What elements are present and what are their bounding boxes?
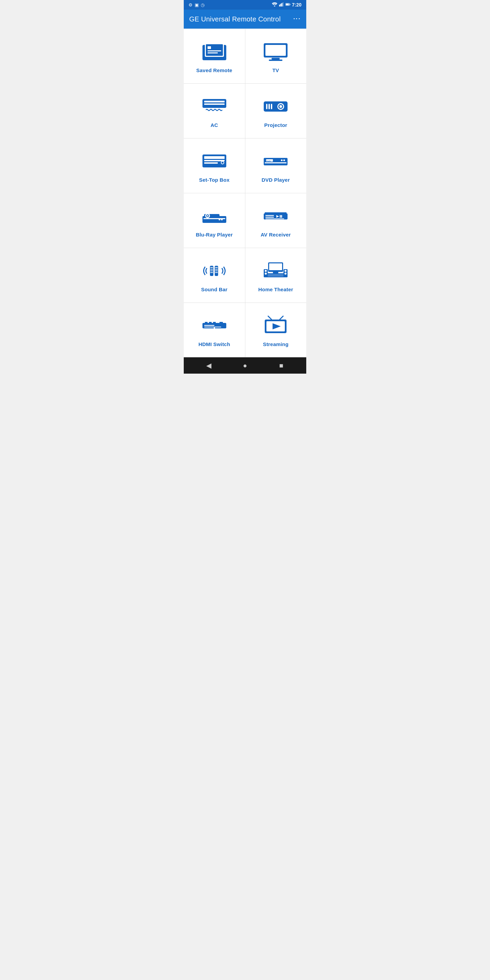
grid-item-dvd-player[interactable]: DVD DVD Player	[245, 138, 307, 193]
saved-remote-icon	[201, 41, 228, 62]
grid-item-hdmi-switch[interactable]: HDMI Switch	[184, 303, 245, 357]
svg-rect-78	[209, 322, 212, 324]
svg-rect-57	[210, 267, 213, 268]
svg-rect-61	[215, 267, 218, 268]
grid-item-projector[interactable]: Projector	[245, 84, 307, 138]
hdmi-switch-label: HDMI Switch	[198, 341, 230, 347]
ac-icon	[201, 96, 228, 117]
svg-rect-51	[281, 215, 282, 218]
svg-rect-62	[215, 269, 218, 269]
hdmi-switch-icon	[201, 315, 228, 336]
svg-rect-19	[204, 103, 224, 105]
svg-text:DVD: DVD	[266, 160, 271, 162]
streaming-icon	[262, 315, 289, 336]
more-options-button[interactable]: ⋮	[293, 15, 301, 23]
status-bar: ⚙ ▣ ◷ 7:20	[184, 0, 306, 10]
svg-rect-3	[282, 2, 283, 6]
svg-rect-64	[215, 272, 218, 273]
av-receiver-icon	[262, 206, 289, 226]
svg-rect-79	[213, 322, 216, 324]
svg-point-75	[285, 272, 286, 275]
svg-rect-36	[265, 162, 286, 163]
storage-icon: ▣	[195, 2, 199, 8]
svg-rect-28	[204, 156, 224, 159]
grid-item-tv[interactable]: TV	[245, 29, 307, 83]
svg-rect-52	[266, 215, 274, 216]
tv-icon	[262, 41, 289, 62]
clock-icon: ◷	[201, 2, 205, 8]
tv-label: TV	[272, 67, 279, 73]
signal-icon	[279, 2, 284, 8]
svg-rect-30	[204, 162, 218, 164]
svg-point-46	[221, 218, 223, 220]
recent-button[interactable]: ■	[275, 359, 288, 372]
svg-line-87	[280, 316, 283, 320]
svg-rect-6	[290, 4, 290, 5]
wifi-icon	[272, 2, 277, 8]
grid-item-saved-remote[interactable]: Saved Remote	[184, 29, 245, 83]
svg-rect-83	[204, 327, 221, 327]
grid-item-sound-bar[interactable]: Sound Bar	[184, 248, 245, 302]
svg-point-74	[285, 270, 286, 272]
svg-rect-63	[215, 270, 218, 271]
svg-rect-59	[210, 270, 213, 271]
grid-item-blu-ray[interactable]: Blu-Ray Player	[184, 193, 245, 248]
svg-point-45	[218, 218, 220, 220]
svg-rect-9	[206, 44, 223, 56]
svg-point-32	[221, 162, 224, 164]
svg-rect-2	[282, 3, 282, 6]
svg-rect-18	[204, 101, 224, 102]
dvd-player-label: DVD Player	[262, 177, 290, 183]
svg-rect-26	[271, 104, 272, 109]
grid-item-home-theater[interactable]: Home Theater	[245, 248, 307, 302]
svg-point-23	[279, 105, 282, 108]
svg-point-81	[214, 327, 215, 329]
projector-icon	[262, 96, 289, 117]
time-display: 7:20	[292, 2, 301, 8]
svg-rect-53	[266, 217, 274, 218]
svg-rect-82	[204, 325, 215, 326]
svg-rect-10	[208, 46, 211, 49]
grid-item-ac[interactable]: AC	[184, 84, 245, 138]
svg-rect-15	[272, 58, 280, 60]
sound-bar-icon	[201, 261, 228, 281]
projector-label: Projector	[264, 122, 287, 128]
svg-rect-60	[210, 272, 213, 273]
app-bar: GE Universal Remote Control ⋮	[184, 10, 306, 29]
svg-rect-80	[220, 322, 223, 324]
home-button[interactable]: ●	[238, 359, 252, 372]
svg-rect-77	[205, 322, 208, 324]
svg-point-43	[207, 215, 208, 216]
svg-rect-50	[280, 215, 281, 218]
device-grid: Saved Remote TV	[184, 29, 306, 357]
svg-point-72	[265, 272, 267, 275]
svg-rect-5	[286, 3, 289, 5]
svg-rect-1	[280, 4, 282, 6]
svg-rect-16	[269, 60, 282, 61]
saved-remote-label: Saved Remote	[196, 67, 232, 73]
set-top-box-label: Set-Top Box	[199, 177, 229, 183]
grid-item-streaming[interactable]: Streaming	[245, 303, 307, 357]
settings-icon: ⚙	[189, 2, 192, 8]
svg-point-37	[281, 159, 283, 161]
streaming-label: Streaming	[263, 341, 288, 347]
svg-point-38	[283, 159, 285, 161]
svg-rect-24	[266, 104, 267, 109]
svg-rect-11	[208, 50, 221, 51]
svg-rect-14	[266, 45, 286, 56]
grid-item-set-top-box[interactable]: Set-Top Box	[184, 138, 245, 193]
status-icons-left: ⚙ ▣ ◷	[189, 2, 205, 8]
av-receiver-label: AV Receiver	[261, 232, 291, 237]
ac-label: AC	[211, 122, 218, 128]
grid-item-av-receiver[interactable]: AV Receiver	[245, 193, 307, 248]
svg-rect-58	[210, 269, 213, 269]
set-top-box-icon	[201, 151, 228, 172]
status-icons-right: 7:20	[272, 2, 301, 8]
svg-rect-67	[273, 272, 278, 273]
svg-rect-29	[204, 160, 224, 161]
app-title: GE Universal Remote Control	[189, 15, 281, 23]
back-button[interactable]: ◀	[202, 359, 215, 372]
svg-rect-66	[269, 263, 282, 270]
svg-rect-48	[265, 212, 286, 214]
svg-rect-12	[208, 52, 218, 53]
